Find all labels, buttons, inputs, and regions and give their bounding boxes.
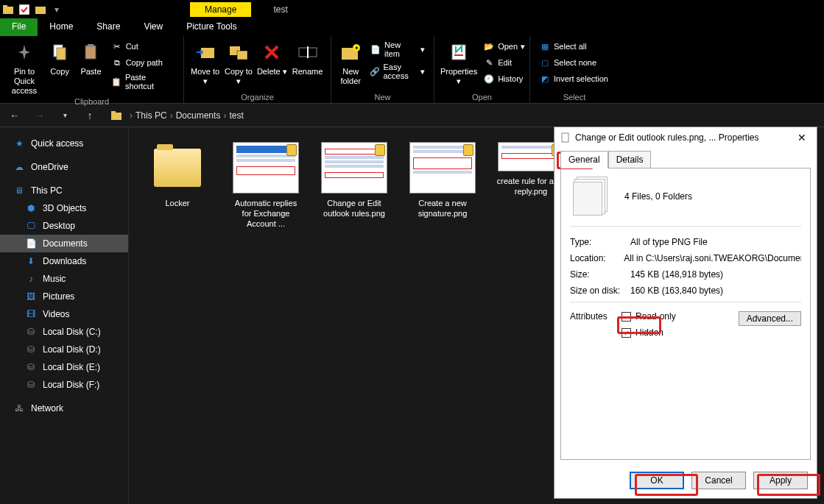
move-to-icon	[194, 40, 217, 64]
edit-button[interactable]: ✎Edit	[480, 55, 528, 70]
rename-button[interactable]: Rename	[290, 38, 325, 77]
select-none-button[interactable]: ▢Select none	[536, 55, 611, 70]
open-icon: 📂	[483, 40, 495, 52]
forward-button[interactable]: →	[31, 107, 49, 124]
history-icon: 🕘	[483, 73, 495, 85]
properties-button[interactable]: Properties ▾	[440, 38, 477, 86]
copy-to-icon	[227, 40, 250, 64]
svg-rect-0	[3, 7, 13, 14]
tab-file[interactable]: File	[0, 18, 38, 36]
nav-onedrive[interactable]: ☁OneDrive	[0, 158, 128, 176]
nav-downloads[interactable]: ⬇Downloads	[0, 252, 128, 270]
readonly-checkbox[interactable]	[621, 312, 631, 322]
apply-button[interactable]: Apply	[753, 472, 808, 489]
disk-icon: ⛁	[25, 326, 37, 338]
dialog-tabs: General Details	[560, 151, 811, 168]
tab-picture-tools[interactable]: Picture Tools	[175, 18, 248, 36]
nav-3d-objects[interactable]: ⬢3D Objects	[0, 199, 128, 217]
select-all-button[interactable]: ▦Select all	[536, 39, 611, 54]
paste-button[interactable]: Paste	[77, 38, 105, 77]
breadcrumb[interactable]: › This PC › Documents › test	[130, 110, 244, 121]
cancel-button[interactable]: Cancel	[691, 472, 746, 489]
nav-network[interactable]: 🖧Network	[0, 400, 128, 417]
invert-icon: ◩	[539, 73, 551, 85]
downloads-icon: ⬇	[25, 255, 37, 267]
invert-selection-button[interactable]: ◩Invert selection	[536, 71, 611, 86]
paste-shortcut-button[interactable]: 📋Paste shortcut	[108, 71, 177, 92]
easy-access-button[interactable]: 🔗Easy access ▾	[367, 61, 428, 82]
type-label: Type:	[570, 237, 621, 247]
crumb-thispc[interactable]: This PC	[135, 110, 167, 121]
svg-rect-18	[111, 111, 116, 113]
svg-rect-16	[452, 45, 465, 60]
crumb-documents[interactable]: Documents	[176, 110, 221, 121]
group-organize: Move to ▾ Copy to ▾ Delete ▾ Rename Orga…	[184, 36, 331, 103]
dialog-title: Change or Edit outlook rules.png, ... Pr…	[575, 132, 758, 143]
nav-disk-c[interactable]: ⛁Local Disk (C:)	[0, 323, 128, 341]
nav-disk-d[interactable]: ⛁Local Disk (D:)	[0, 341, 128, 358]
file-item[interactable]: Change or Edit outlook rules.png	[317, 142, 391, 219]
music-icon: ♪	[25, 273, 37, 285]
star-icon: ★	[13, 138, 25, 149]
svg-rect-8	[201, 48, 214, 58]
file-item[interactable]: Automatic replies for Exchange Account .…	[229, 142, 303, 229]
nav-music[interactable]: ♪Music	[0, 270, 128, 288]
svg-rect-3	[35, 7, 46, 14]
rename-icon	[296, 40, 320, 64]
svg-rect-5	[57, 48, 66, 60]
new-folder-button[interactable]: ✦ New folder	[337, 38, 364, 86]
nav-this-pc[interactable]: 🖥This PC	[0, 182, 128, 199]
nav-disk-f[interactable]: ⛁Local Disk (F:)	[0, 376, 128, 394]
window-title: test	[273, 4, 287, 15]
disk-icon: ⛁	[25, 361, 37, 373]
select-none-icon: ▢	[539, 57, 551, 68]
svg-rect-10	[237, 51, 247, 60]
history-button[interactable]: 🕘History	[480, 71, 528, 86]
cut-button[interactable]: ✂Cut	[108, 39, 177, 54]
new-item-button[interactable]: 📄New item ▾	[367, 39, 428, 60]
tab-home[interactable]: Home	[38, 18, 85, 36]
recent-dropdown[interactable]: ▾	[56, 107, 74, 124]
ok-button[interactable]: OK	[630, 472, 684, 489]
desktop-icon: 🖵	[25, 220, 37, 232]
nav-quick-access[interactable]: ★Quick access	[0, 135, 128, 152]
context-tab-manage[interactable]: Manage	[190, 2, 251, 17]
pin-quick-access-button[interactable]: Pin to Quick access	[6, 38, 43, 96]
tab-details[interactable]: Details	[608, 151, 652, 168]
advanced-button[interactable]: Advanced...	[739, 311, 801, 326]
checkbox-icon[interactable]	[18, 4, 30, 15]
tab-view[interactable]: View	[132, 18, 175, 36]
group-select: ▦Select all ▢Select none ◩Invert selecti…	[530, 36, 619, 103]
objects-icon: ⬢	[25, 202, 37, 214]
nav-disk-e[interactable]: ⛁Local Disk (E:)	[0, 358, 128, 376]
move-to-button[interactable]: Move to ▾	[190, 38, 220, 86]
tab-share[interactable]: Share	[85, 18, 132, 36]
delete-icon	[260, 40, 284, 64]
hidden-checkbox[interactable]: ✓	[621, 328, 631, 338]
tab-general[interactable]: General	[560, 151, 608, 168]
location-value: All in C:\Users\raj.soni.TWEAKORG\Docume…	[624, 253, 801, 263]
file-item[interactable]: Create a new signature.png	[406, 142, 479, 219]
delete-button[interactable]: Delete ▾	[257, 38, 287, 77]
file-item-locker[interactable]: Locker	[141, 142, 214, 208]
crumb-test[interactable]: test	[229, 110, 243, 121]
copy-path-button[interactable]: ⧉Copy path	[108, 55, 177, 70]
up-button[interactable]: ↑	[81, 107, 99, 124]
network-icon: 🖧	[13, 402, 25, 414]
back-button[interactable]: ←	[6, 107, 24, 124]
folder-small-icon[interactable]	[35, 4, 46, 15]
open-button[interactable]: 📂Open ▾	[480, 39, 528, 54]
pin-icon	[13, 40, 36, 64]
location-label: Location:	[570, 253, 615, 263]
size-label: Size:	[570, 269, 621, 280]
copy-to-button[interactable]: Copy to ▾	[223, 38, 253, 86]
cloud-icon: ☁	[13, 161, 25, 173]
nav-documents[interactable]: 📄Documents	[0, 235, 128, 252]
nav-videos[interactable]: 🎞Videos	[0, 305, 128, 323]
nav-pictures[interactable]: 🖼Pictures	[0, 288, 128, 305]
size-on-disk-value: 160 KB (163,840 bytes)	[630, 285, 723, 296]
copy-button[interactable]: Copy	[46, 38, 74, 77]
close-button[interactable]: ✕	[793, 132, 811, 143]
nav-desktop[interactable]: 🖵Desktop	[0, 217, 128, 235]
qat-dropdown-icon[interactable]: ▾	[51, 4, 63, 15]
